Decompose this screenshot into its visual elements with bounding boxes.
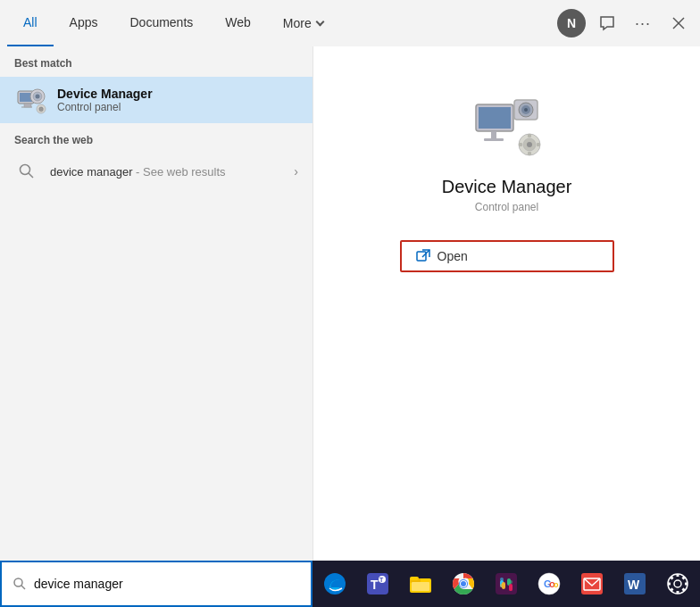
svg-rect-54 [500, 584, 504, 587]
search-web-label: Search the web [0, 123, 312, 152]
search-web-icon [14, 159, 39, 184]
web-result-item[interactable]: device manager - See web results › [0, 152, 312, 191]
open-label: Open [438, 249, 468, 263]
best-match-label: Best match [0, 46, 312, 77]
taskbar-chrome-icon[interactable] [444, 564, 483, 603]
svg-rect-21 [484, 138, 504, 141]
close-button[interactable] [664, 9, 693, 37]
svg-rect-66 [677, 591, 679, 594]
result-subtitle: Control panel [57, 101, 153, 113]
svg-line-13 [29, 173, 33, 178]
svg-point-12 [21, 165, 30, 175]
taskbar-slack-icon[interactable] [487, 564, 526, 603]
right-panel: Device Manager Control panel Open [312, 46, 700, 561]
svg-rect-67 [668, 583, 671, 586]
svg-line-32 [21, 586, 25, 589]
svg-rect-50 [509, 580, 512, 584]
tab-all[interactable]: All [7, 0, 54, 46]
svg-text:T: T [371, 578, 379, 592]
more-options-button[interactable]: ··· [629, 9, 657, 37]
tab-documents[interactable]: Documents [113, 0, 209, 46]
svg-text:o: o [554, 580, 559, 589]
chevron-down-icon [315, 18, 324, 27]
left-panel: Best match [0, 46, 312, 561]
tab-apps[interactable]: Apps [54, 0, 114, 46]
detail-title: Device Manager [442, 177, 572, 197]
svg-rect-52 [509, 587, 512, 591]
feedback-button[interactable] [593, 9, 621, 37]
arrow-right-icon: › [294, 164, 298, 179]
top-nav: All Apps Documents Web More N ··· [0, 0, 700, 46]
web-result-text: device manager - See web results [50, 165, 283, 179]
user-avatar[interactable]: N [557, 9, 586, 37]
svg-rect-68 [685, 583, 688, 586]
ellipsis-icon: ··· [635, 14, 651, 33]
svg-point-19 [524, 108, 528, 112]
more-label: More [283, 16, 312, 30]
main-container: Best match [0, 46, 700, 561]
search-box[interactable]: device manager [0, 561, 312, 607]
svg-rect-15 [479, 107, 511, 129]
detail-subtitle: Control panel [475, 201, 538, 213]
svg-text:⚙: ⚙ [38, 106, 44, 112]
svg-rect-46 [496, 573, 517, 595]
taskbar-teams-icon[interactable]: T T [358, 564, 397, 603]
taskbar-word-icon[interactable]: W [615, 564, 654, 603]
svg-rect-65 [677, 574, 679, 577]
svg-rect-41 [412, 582, 429, 591]
svg-point-6 [36, 95, 40, 99]
search-input-value[interactable]: device manager [34, 577, 300, 591]
result-title: Device Manager [57, 87, 153, 101]
open-button[interactable]: Open [400, 240, 614, 272]
svg-point-63 [668, 574, 688, 594]
device-manager-icon: ⚙ [14, 84, 46, 116]
tab-more[interactable]: More [267, 0, 339, 46]
svg-point-45 [461, 581, 466, 586]
nav-tabs: All Apps Documents Web More [7, 0, 339, 46]
device-manager-result[interactable]: ⚙ Device Manager Control panel [0, 77, 312, 123]
tab-web[interactable]: Web [209, 0, 267, 46]
result-text: Device Manager Control panel [57, 87, 153, 113]
svg-point-33 [324, 573, 346, 595]
taskbar-settings-icon[interactable] [658, 564, 697, 603]
svg-point-31 [14, 578, 22, 586]
svg-rect-26 [528, 152, 531, 155]
svg-rect-8 [24, 104, 31, 107]
svg-text:T: T [379, 577, 384, 583]
svg-rect-29 [417, 252, 426, 261]
taskbar-edge-icon[interactable] [315, 564, 354, 603]
svg-rect-40 [410, 577, 419, 580]
svg-rect-27 [519, 143, 522, 146]
taskbar-icons: T T [312, 564, 700, 603]
svg-point-24 [527, 142, 532, 147]
taskbar: device manager T T [0, 561, 700, 607]
taskbar-explorer-icon[interactable] [401, 564, 440, 603]
svg-rect-28 [537, 143, 540, 146]
svg-rect-25 [528, 134, 531, 137]
svg-rect-48 [500, 578, 504, 581]
svg-text:W: W [628, 578, 640, 592]
svg-rect-20 [491, 131, 496, 138]
nav-right: N ··· [557, 9, 693, 37]
detail-device-manager-icon [471, 91, 543, 162]
taskbar-search-icon [12, 577, 27, 591]
svg-point-64 [674, 580, 681, 587]
feedback-icon [599, 15, 615, 31]
open-window-icon [416, 249, 430, 263]
taskbar-google-icon[interactable]: G o o [529, 564, 569, 603]
taskbar-mail-icon[interactable] [572, 564, 612, 603]
close-icon [671, 16, 686, 30]
